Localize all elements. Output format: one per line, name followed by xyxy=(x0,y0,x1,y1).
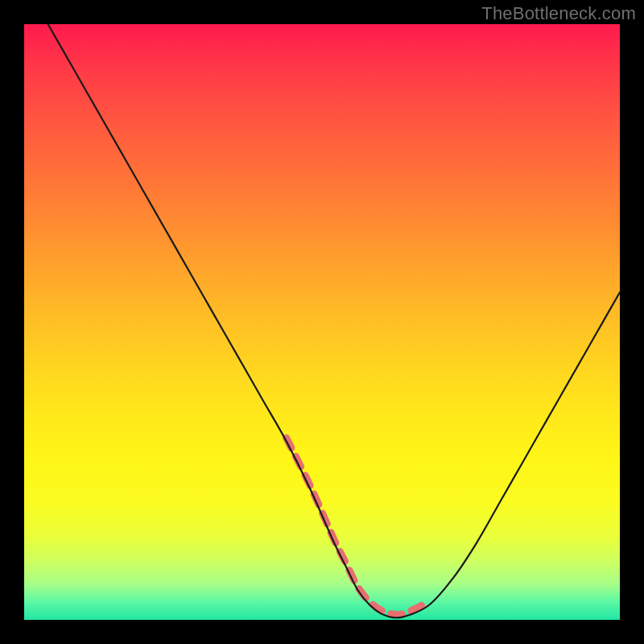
watermark-text: TheBottleneck.com xyxy=(481,3,636,24)
curve-svg xyxy=(24,24,620,620)
plot-area xyxy=(24,24,620,620)
highlight-dash xyxy=(287,438,430,615)
dashed-segments xyxy=(287,438,430,615)
bottleneck-curve xyxy=(48,24,620,618)
outer-frame: TheBottleneck.com xyxy=(0,0,644,644)
